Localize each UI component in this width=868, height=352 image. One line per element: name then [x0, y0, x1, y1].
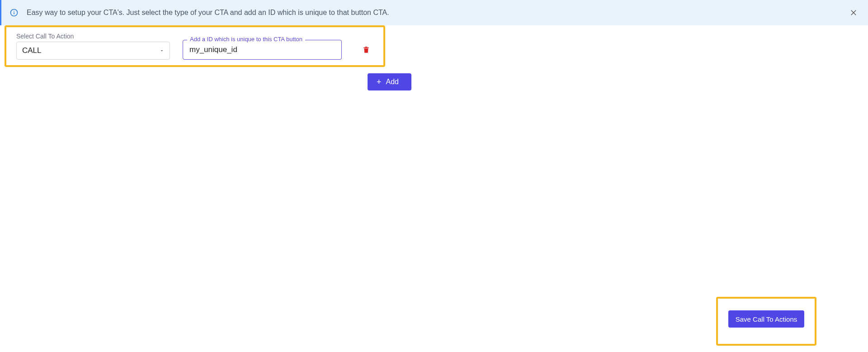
plus-icon: + — [377, 78, 382, 86]
info-message: Easy way to setup your CTA's. Just selec… — [27, 9, 389, 17]
add-button-label: Add — [386, 78, 399, 86]
save-highlight: Save Call To Actions — [716, 297, 816, 346]
add-row: + Add — [5, 73, 411, 90]
cta-select-value: CALL — [22, 46, 42, 55]
cta-select-label: Select Call To Action — [16, 33, 170, 40]
info-icon — [9, 8, 19, 17]
delete-cta-button[interactable] — [359, 43, 373, 57]
svg-point-2 — [14, 11, 14, 12]
cta-id-field: Add a ID which is unique to this CTA but… — [183, 40, 342, 60]
info-banner: Easy way to setup your CTA's. Just selec… — [0, 0, 868, 25]
cta-row-highlight: Select Call To Action CALL Add a ID whic… — [5, 25, 385, 67]
trash-icon — [362, 45, 370, 54]
cta-id-label: Add a ID which is unique to this CTA but… — [187, 36, 305, 43]
cta-select-group: Select Call To Action CALL — [16, 33, 170, 60]
save-button[interactable]: Save Call To Actions — [728, 310, 804, 328]
cta-id-input[interactable] — [183, 40, 342, 60]
close-icon[interactable] — [848, 7, 859, 18]
add-button[interactable]: + Add — [368, 73, 411, 90]
cta-select[interactable]: CALL — [16, 42, 170, 60]
save-button-label: Save Call To Actions — [736, 315, 797, 323]
